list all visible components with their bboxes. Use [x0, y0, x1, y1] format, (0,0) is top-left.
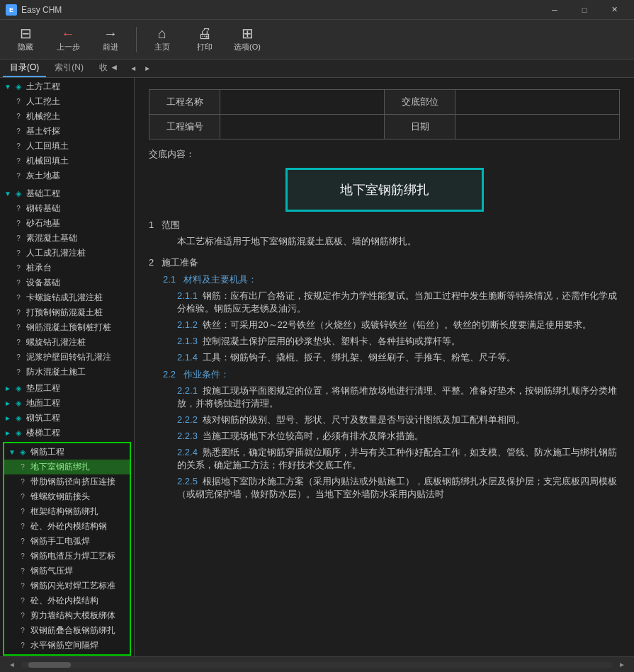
tab-nav-left[interactable]: ◄ — [127, 62, 140, 75]
sidebar-item-arc-welding[interactable]: ? 钢筋手工电弧焊 — [4, 534, 130, 549]
sidebar-item-helix-pile[interactable]: ? 螺旋钻孔灌注桩 — [0, 335, 134, 350]
sidebar-item-soil-probe[interactable]: ? 基土钎探 — [0, 124, 134, 139]
sidebar-label: 机械回填土 — [26, 155, 69, 167]
doc-icon: ? — [13, 353, 24, 362]
project-name-value — [220, 90, 385, 115]
status-bar: ◄ ► — [0, 656, 634, 672]
sidebar-item-outer-concrete[interactable]: ? 砼、外砼内模结构钢 — [4, 519, 130, 534]
sidebar-label-stairs: 楼梯工程 — [26, 427, 60, 439]
scroll-thumb[interactable] — [28, 662, 71, 668]
sub-section-2-1-4: 2.1.4 工具：钢筋钩子、撬棍、扳子、绑扎架、钢丝刷子、手推车、粉笔、尺子等。 — [177, 351, 620, 364]
doc-icon: ? — [17, 478, 28, 486]
tab-contents[interactable]: 目录(O) — [3, 59, 46, 77]
section-1-content: 本工艺标准适用于地下室钢筋混凝土底板、墙的钢筋绑扎。 — [177, 234, 620, 249]
sidebar-label-rebar: 钢筋工程 — [30, 446, 64, 458]
forward-button[interactable]: → 前进 — [91, 22, 130, 57]
scroll-track — [21, 662, 613, 668]
sidebar-item-double-rebar[interactable]: ? 双钢筋叠合板钢筋绑扎 — [4, 623, 130, 638]
sidebar-item-shearwall[interactable]: ? 剪力墙结构大模板绑体 — [4, 608, 130, 623]
doc-icon: ? — [13, 338, 24, 347]
sidebar-item-masonry[interactable]: ► ◈ 砌筑工程 — [0, 411, 134, 426]
options-button[interactable]: ⊞ 选项(O) — [227, 22, 267, 57]
sidebar-label: 人工回填土 — [26, 140, 69, 152]
folder-icon: ◈ — [13, 414, 24, 423]
sub-section-2-2-1: 2.2.1 按施工现场平面图规定的位置，将钢筋堆放场地进行清理、平整。准备好垫木… — [177, 385, 620, 410]
expand-icon: ▼ — [3, 82, 13, 92]
sidebar-item-manual-fill[interactable]: ? 人工回填土 — [0, 139, 134, 154]
sidebar-item-equipment-base[interactable]: ? 设备基础 — [0, 275, 134, 290]
sidebar-label: 机械挖土 — [26, 110, 60, 123]
sub-section-2-2: 2.2 作业条件： 2.2.1 按施工现场平面图规定的位置，将钢筋堆放场地进行清… — [163, 368, 620, 501]
tab-index[interactable]: 索引(N) — [47, 59, 91, 77]
sidebar-label: 双钢筋叠合板钢筋绑扎 — [30, 625, 115, 637]
close-button[interactable]: ✕ — [600, 0, 628, 20]
sidebar-label: 人工挖土 — [26, 96, 60, 108]
sidebar-label: 砼、外砼内模结构钢 — [30, 520, 107, 533]
sidebar-item-rebar[interactable]: ▼ ◈ 钢筋工程 — [4, 445, 130, 460]
sidebar-item-manual-dig[interactable]: ? 人工挖土 — [0, 94, 134, 109]
sidebar-item-horizontal-weld[interactable]: ? 水平钢筋空间隔焊 — [4, 638, 130, 653]
back-icon: ← — [61, 26, 75, 40]
sidebar-item-screw-drill[interactable]: ? 卡螺旋钻成孔灌注桩 — [0, 290, 134, 305]
doc-icon: ? — [13, 205, 24, 213]
sidebar-item-electroslag[interactable]: ? 钢筋电渣压力焊工艺标 — [4, 549, 130, 564]
sidebar-item-earthwork[interactable]: ▼ ◈ 土方工程 — [0, 79, 134, 94]
scroll-right-btn[interactable]: ► — [616, 659, 628, 671]
sidebar-item-ribbed-bar[interactable]: ? 带肋钢筋径向挤压连接 — [4, 474, 130, 489]
sidebar-item-rc-precast[interactable]: ? 钢筋混凝土预制桩打桩 — [0, 320, 134, 335]
sidebar-item-brick-foundation[interactable]: ? 砌砖基础 — [0, 201, 134, 216]
print-button[interactable]: 🖨 打印 — [185, 22, 225, 57]
section-2-num: 2 施工准备 — [149, 256, 620, 269]
sidebar-item-machine-fill[interactable]: ? 机械回填土 — [0, 154, 134, 169]
sidebar-item-waterproof-concrete[interactable]: ? 防水混凝土施工 — [0, 365, 134, 380]
back-label: 上一步 — [57, 42, 80, 52]
sidebar-item-foundation[interactable]: ▼ ◈ 基础工程 — [0, 186, 134, 201]
sidebar-item-manual-pile[interactable]: ? 人工成孔灌注桩 — [0, 246, 134, 261]
sidebar-item-concrete-foundation[interactable]: ? 素混凝土基础 — [0, 231, 134, 246]
toolbar: ⊟ 隐藏 ← 上一步 → 前进 ⌂ 主页 🖨 打印 ⊞ 选项(O) — [0, 20, 634, 59]
sidebar-item-taper-thread[interactable]: ? 锥螺纹钢筋接头 — [4, 489, 130, 504]
doc-icon: ? — [13, 249, 24, 258]
sidebar-item-frame-rebar[interactable]: ? 框架结构钢筋绑扎 — [4, 504, 130, 519]
sidebar-item-precast-pile[interactable]: ? 打预制钢筋混凝土桩 — [0, 305, 134, 320]
tab-nav-right[interactable]: ► — [141, 62, 154, 75]
sidebar-item-flash-weld[interactable]: ? 钢筋闪光对焊工艺标准 — [4, 579, 130, 593]
tab-bar: 目录(O) 索引(N) 收 ◄ ◄ ► — [0, 59, 634, 78]
main-layout: ▼ ◈ 土方工程 ? 人工挖土 ? 机械挖土 ? 基土钎探 ? 人工回填土 ? — [0, 78, 634, 656]
tab-collapse[interactable]: 收 ◄ — [92, 59, 125, 77]
sidebar-label: 螺旋钻孔灌注桩 — [26, 336, 86, 348]
sidebar-item-leveling[interactable]: ► ◈ 垫层工程 — [0, 381, 134, 396]
sidebar-item-pile-cap[interactable]: ? 桩承台 — [0, 261, 134, 275]
sidebar-item-stairs[interactable]: ► ◈ 楼梯工程 — [0, 426, 134, 440]
home-button[interactable]: ⌂ 主页 — [142, 22, 182, 57]
sidebar-item-slurry-pile[interactable]: ? 泥浆护壁回转钻孔灌注 — [0, 350, 134, 365]
minimize-button[interactable]: ─ — [540, 0, 569, 20]
sidebar-item-outer-concrete2[interactable]: ? 砼、外砼内模结构 — [4, 593, 130, 608]
expand-icon: ► — [3, 428, 13, 438]
doc-icon: ? — [17, 463, 28, 472]
back-button[interactable]: ← 上一步 — [48, 22, 88, 57]
doc-icon: ? — [17, 582, 28, 591]
maximize-button[interactable]: □ — [570, 0, 599, 20]
sidebar-item-lime-base[interactable]: ? 灰土地基 — [0, 169, 134, 183]
sidebar-item-machine-dig[interactable]: ? 机械挖土 — [0, 109, 134, 124]
folder-icon: ◈ — [13, 429, 24, 438]
scroll-left-btn[interactable]: ◄ — [6, 659, 18, 671]
forward-label: 前进 — [103, 42, 118, 52]
section-1-num: 1 范围 — [149, 219, 620, 232]
sidebar-item-gas-pressure[interactable]: ? 钢筋气压焊 — [4, 564, 130, 579]
expand-icon: ► — [3, 399, 13, 409]
sidebar-item-basement-rebar[interactable]: ? 地下室钢筋绑扎 — [4, 460, 130, 474]
project-number-value — [220, 115, 385, 139]
sidebar-item-floor[interactable]: ► ◈ 地面工程 — [0, 396, 134, 411]
main-title-box: 地下室钢筋绑扎 — [285, 168, 484, 212]
doc-icon: ? — [17, 567, 28, 576]
hide-button[interactable]: ⊟ 隐藏 — [6, 22, 45, 57]
section-2-title: 施工准备 — [162, 257, 198, 268]
folder-icon: ◈ — [13, 190, 24, 198]
sub-2-2-4-num: 2.2.4 熟悉图纸，确定钢筋穿插就位顺序，并与有关工种作好配合工作，如支模、管… — [177, 446, 620, 472]
expand-icon: ▼ — [3, 189, 13, 199]
sidebar-item-sand-base[interactable]: ? 砂石地基 — [0, 216, 134, 231]
sub-section-2-1: 2.1 材料及主要机具： 2.1.1 钢筋：应有出厂合格证，按规定作为力学性能复… — [163, 273, 620, 364]
toolbar-separator — [136, 27, 137, 52]
